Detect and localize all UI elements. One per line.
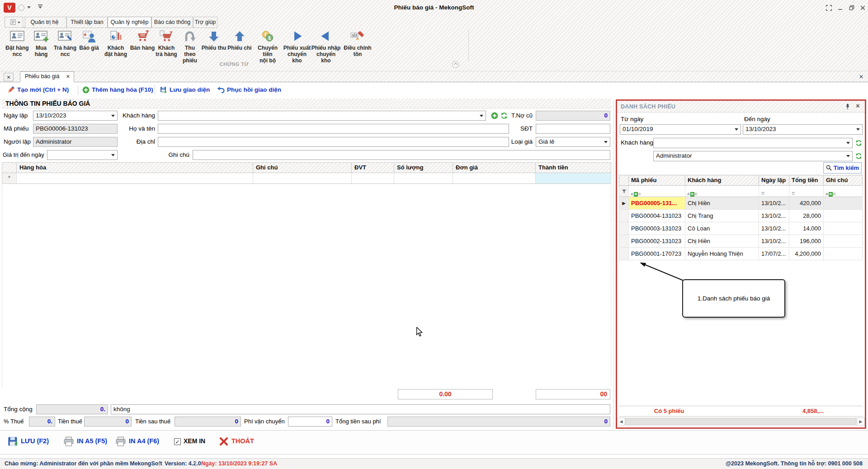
table-row-note[interactable]: [824, 235, 863, 248]
grid-new-row-cell[interactable]: [17, 173, 253, 184]
print-a4-button[interactable]: IN A4 (F6): [129, 437, 159, 445]
table-row-date[interactable]: 13/10/2...: [759, 197, 789, 210]
filter-khach-hang[interactable]: ABC: [685, 186, 759, 197]
grid-new-row-cell[interactable]: [536, 173, 611, 184]
dropdown-caret-icon[interactable]: [480, 115, 483, 119]
table-row-customer[interactable]: Chị Hiền: [685, 197, 759, 210]
tab-close-icon[interactable]: ✕: [66, 72, 70, 81]
table-row-note[interactable]: [824, 197, 863, 210]
thue-field[interactable]: 0.: [29, 417, 55, 427]
dropdown-caret-icon[interactable]: [846, 142, 850, 146]
tabstrip-close-all-button[interactable]: ✕: [4, 73, 14, 81]
grid-col-dvt[interactable]: ĐVT: [352, 162, 394, 173]
print-a5-button[interactable]: IN A5 (F5): [77, 437, 107, 445]
ribbon-collapse-button[interactable]: [452, 61, 459, 68]
filter-ma-phieu[interactable]: ABC: [629, 186, 685, 197]
grid-col-so-luong[interactable]: Số lượng: [394, 162, 453, 173]
scroll-left-arrow[interactable]: ◀: [617, 417, 625, 426]
tong-cong-note-field[interactable]: không: [111, 404, 610, 414]
panel-khach-hang-combo[interactable]: [653, 138, 853, 148]
horizontal-scrollbar[interactable]: ◀ ▶: [617, 417, 865, 426]
refresh-icon[interactable]: [855, 140, 862, 148]
search-button[interactable]: Tìm kiếm: [823, 162, 862, 174]
ribbon-item-phieu-nhap-chuyen-kho[interactable]: Phiếu nhập chuyển kho: [311, 29, 341, 64]
ribbon-item-dat-hang-ncc[interactable]: Đặt hàng ncc: [5, 29, 30, 57]
ribbon-item-phieu-xuat-chuyen-kho[interactable]: Phiếu xuất chuyển kho: [283, 29, 311, 64]
ho-va-ten-field[interactable]: [158, 124, 509, 134]
pin-icon[interactable]: [845, 103, 850, 111]
ribbon-item-phieu-chi[interactable]: Phiếu chi: [227, 29, 252, 51]
ptable-col-ngay-lap[interactable]: Ngày lập: [759, 175, 789, 186]
close-window-icon[interactable]: [859, 4, 867, 12]
den-ngay-field[interactable]: 13/10/2023: [743, 124, 863, 135]
preview-checkbox[interactable]: ✓: [174, 438, 181, 445]
table-row-total[interactable]: 28,000: [789, 210, 824, 222]
table-row-date[interactable]: 13/10/2...: [759, 235, 789, 248]
table-row-total[interactable]: 4,200,000: [789, 248, 824, 260]
ptable-col-ma-phieu[interactable]: Mã phiếu: [629, 175, 685, 186]
ptable-col-tong-tien[interactable]: Tổng tiền: [789, 175, 824, 186]
scrollbar-thumb[interactable]: [625, 418, 856, 425]
ribbon-item-mua-hang[interactable]: Mua hàng: [29, 29, 53, 57]
grid-body[interactable]: [2, 184, 611, 387]
sdt-field[interactable]: [536, 124, 610, 134]
ribbon-item-bao-gia[interactable]: Báo giá: [76, 29, 102, 51]
gia-tri-den-ngay-field[interactable]: [47, 150, 118, 160]
add-item-button[interactable]: Thêm hàng hóa (F10): [92, 86, 153, 93]
tabstrip-right-close-icon[interactable]: ✕: [857, 73, 865, 81]
table-row-total[interactable]: 14,000: [789, 222, 824, 235]
dropdown-caret-icon[interactable]: [111, 115, 115, 119]
dropdown-caret-icon[interactable]: [111, 154, 115, 158]
dia-chi-field[interactable]: [158, 137, 509, 147]
panel-close-icon[interactable]: ✕: [855, 103, 860, 109]
table-row-note[interactable]: [824, 222, 863, 235]
save-button[interactable]: LƯU (F2): [21, 437, 49, 445]
minimize-icon[interactable]: [836, 4, 844, 12]
table-row-total[interactable]: 420,000: [789, 197, 824, 210]
table-row-note[interactable]: [824, 248, 863, 260]
filter-ngay-lap[interactable]: =: [759, 186, 789, 197]
grid-col-don-gia[interactable]: Đơn giá: [453, 162, 536, 173]
ptable-col-ghi-chu[interactable]: Ghi chú: [824, 175, 863, 186]
loai-gia-combo[interactable]: Giá lẻ: [536, 137, 610, 147]
ribbon-item-thu-theo-phieu[interactable]: Thu theo phiếu: [179, 29, 201, 64]
menu-tab-quan-ly-nghiep-vu[interactable]: Quản lý nghiệp vụ: [108, 17, 151, 28]
dropdown-caret-icon[interactable]: [856, 128, 860, 132]
menu-tab-quan-tri-he-thong[interactable]: Quản trị hệ thống: [23, 17, 66, 28]
ribbon-item-khach-dat-hang[interactable]: Khách đặt hàng: [102, 29, 129, 57]
grid-new-row-cell[interactable]: [394, 173, 453, 184]
grid-new-row-cell[interactable]: [253, 173, 352, 184]
grid-new-row-cell[interactable]: [352, 173, 394, 184]
phi-van-chuyen-field[interactable]: 0: [288, 417, 332, 427]
dropdown-caret-icon[interactable]: [604, 141, 608, 145]
table-row-customer[interactable]: Chị Hiền: [685, 235, 759, 248]
ribbon-item-tra-hang-ncc[interactable]: Trả hàng ncc: [52, 29, 78, 57]
add-customer-icon[interactable]: [491, 112, 498, 121]
grid-new-row-cell[interactable]: [453, 173, 536, 184]
scroll-right-arrow[interactable]: ▶: [857, 417, 865, 426]
table-row-note[interactable]: [824, 210, 863, 222]
menu-tab-thiet-lap-ban-dau[interactable]: Thiết lập ban đầu: [66, 17, 108, 28]
ribbon-item-dieu-chinh-ton[interactable]: ab Điều chỉnh tồn: [341, 29, 374, 57]
panel-nguoi-lap-combo[interactable]: Administrator: [653, 151, 853, 161]
restore-layout-button[interactable]: Phục hồi giao diện: [227, 86, 281, 93]
menu-tab-bao-cao-thong-ke[interactable]: Báo cáo thống kê: [151, 17, 193, 28]
table-row-code[interactable]: PBG00005-131...: [629, 197, 685, 210]
table-row-customer[interactable]: Cô Loan: [685, 222, 759, 235]
filter-tong-tien[interactable]: =: [789, 186, 824, 197]
grid-col-thanh-tien[interactable]: Thành tiền: [536, 162, 611, 173]
ribbon-item-chuyen-tien-noi-bo[interactable]: €$ Chuyển tiền nội bộ: [252, 29, 283, 64]
table-row-code[interactable]: PBG00002-131023: [629, 235, 685, 248]
fullscreen-icon[interactable]: [825, 4, 833, 12]
khach-hang-combo[interactable]: [158, 111, 486, 121]
table-row-date[interactable]: 17/07/2...: [759, 248, 789, 260]
preview-label[interactable]: XEM IN: [184, 437, 205, 445]
filter-ghi-chu[interactable]: ABC: [824, 186, 863, 197]
maximize-icon[interactable]: [847, 4, 855, 12]
grid-col-hang-hoa[interactable]: Hàng hóa: [17, 162, 253, 173]
menu-tab-tro-giup[interactable]: Trợ giúp: [193, 17, 217, 28]
ribbon-item-phieu-thu[interactable]: Phiếu thu: [201, 29, 226, 51]
document-tab-phieu-bao-gia[interactable]: Phiếu báo giá ✕: [20, 71, 74, 82]
table-row-date[interactable]: 13/10/2...: [759, 222, 789, 235]
table-row-date[interactable]: 13/10/2...: [759, 210, 789, 222]
